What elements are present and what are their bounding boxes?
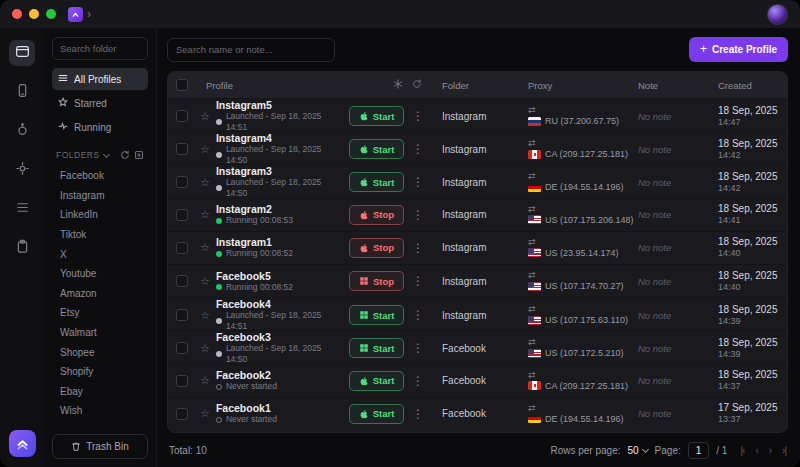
row-checkbox[interactable] [176,209,188,221]
rail-item-profiles[interactable] [9,40,35,66]
first-page-button[interactable]: |‹ [740,445,744,456]
trash-bin-button[interactable]: Trash Bin [52,434,148,459]
folder-search-input[interactable] [52,37,148,60]
rail-item-proxies[interactable] [9,196,35,222]
start-stop-button[interactable]: Start [349,338,404,358]
sidebar-item-starred[interactable]: Starred [52,92,148,114]
close-window-button[interactable] [12,9,22,19]
start-stop-button[interactable]: Start [349,305,404,325]
star-icon[interactable]: ☆ [200,407,210,420]
folder-item[interactable]: Tiktok [52,225,148,245]
star-icon[interactable]: ☆ [200,342,210,355]
folder-item[interactable]: Facebook [52,166,148,186]
refresh-folders-icon[interactable] [120,150,130,160]
star-icon[interactable]: ☆ [200,241,210,254]
row-checkbox[interactable] [176,375,188,387]
note-cell[interactable]: No note [630,310,710,321]
next-page-button[interactable]: › [769,445,771,456]
note-cell[interactable]: No note [630,111,710,122]
row-menu-icon[interactable]: ⋮ [412,341,424,355]
last-page-button[interactable]: ›| [782,445,786,456]
star-icon[interactable]: ☆ [200,143,210,156]
star-icon[interactable]: ☆ [200,309,210,322]
folder-item[interactable]: Shopify [52,362,148,382]
start-stop-button[interactable]: Start [349,172,404,192]
brand-logo-icon[interactable] [9,430,36,457]
row-checkbox[interactable] [176,309,188,321]
table-row[interactable]: ☆ Instagram2 Running 00:08:53 Stop ⋮ Ins… [168,198,787,231]
rail-item-automation[interactable] [9,118,35,144]
note-cell[interactable]: No note [630,276,710,287]
sidebar-item-all-profiles[interactable]: All Profiles [52,68,148,90]
row-menu-icon[interactable]: ⋮ [412,109,424,123]
star-icon[interactable]: ☆ [200,208,210,221]
row-menu-icon[interactable]: ⋮ [412,208,424,222]
folder-item[interactable]: Walmart [52,323,148,343]
folders-heading[interactable]: FOLDERS [52,146,148,164]
folder-item[interactable]: Youtube [52,264,148,284]
profile-search-input[interactable] [167,38,335,62]
add-folder-icon[interactable] [134,150,144,160]
row-checkbox[interactable] [176,143,188,155]
table-row[interactable]: ☆ Facebook5 Running 00:08:52 Stop ⋮ Inst… [168,264,787,297]
note-cell[interactable]: No note [630,177,710,188]
zoom-window-button[interactable] [46,9,56,19]
note-cell[interactable]: No note [630,375,710,386]
row-menu-icon[interactable]: ⋮ [412,308,424,322]
table-row[interactable]: ☆ Facebook1 Never started Start ⋮ Facebo… [168,397,787,430]
row-menu-icon[interactable]: ⋮ [412,142,424,156]
folder-item[interactable]: Ebay [52,382,148,402]
folder-item[interactable]: X [52,244,148,264]
row-menu-icon[interactable]: ⋮ [412,407,424,421]
folder-item[interactable]: Wish [52,401,148,421]
column-header-folder[interactable]: Folder [434,80,520,91]
row-checkbox[interactable] [176,408,188,420]
start-stop-button[interactable]: Start [349,371,404,391]
table-row[interactable]: ☆ Instagram1 Running 00:08:52 Stop ⋮ Ins… [168,231,787,264]
row-menu-icon[interactable]: ⋮ [412,374,424,388]
previous-page-button[interactable]: ‹ [755,445,757,456]
rail-item-notes[interactable] [9,235,35,261]
refresh-icon[interactable] [412,79,422,91]
chevron-right-icon[interactable]: › [87,7,91,21]
minimize-window-button[interactable] [29,9,39,19]
note-cell[interactable]: No note [630,408,710,419]
star-icon[interactable]: ☆ [200,374,210,387]
column-header-proxy[interactable]: Proxy [520,80,630,91]
create-profile-button[interactable]: + Create Profile [689,37,788,62]
start-stop-button[interactable]: Start [349,404,404,424]
table-row[interactable]: ☆ Facebook2 Never started Start ⋮ Facebo… [168,364,787,397]
table-row[interactable]: ☆ Instagram4 Launched - Sep 18, 2025 14:… [168,131,787,164]
table-row[interactable]: ☆ Instagram5 Launched - Sep 18, 2025 14:… [168,98,787,131]
row-checkbox[interactable] [176,275,188,287]
star-icon[interactable]: ☆ [200,176,210,189]
row-checkbox[interactable] [176,110,188,122]
snowflake-icon[interactable] [393,79,403,91]
rows-per-page-select[interactable]: 50 [627,445,647,456]
folder-item[interactable]: Instagram [52,186,148,206]
note-cell[interactable]: No note [630,242,710,253]
row-menu-icon[interactable]: ⋮ [412,241,424,255]
column-header-profile[interactable]: Profile [206,80,233,91]
table-row[interactable]: ☆ Facebook3 Launched - Sep 18, 2025 14:5… [168,330,787,363]
start-stop-button[interactable]: Stop [349,271,404,291]
row-menu-icon[interactable]: ⋮ [412,175,424,189]
column-header-note[interactable]: Note [630,80,710,91]
row-menu-icon[interactable]: ⋮ [412,274,424,288]
column-header-created[interactable]: Created [710,80,787,91]
star-icon[interactable]: ☆ [200,110,210,123]
row-checkbox[interactable] [176,242,188,254]
select-all-checkbox[interactable] [176,79,188,91]
start-stop-button[interactable]: Start [349,139,404,159]
user-avatar[interactable] [767,4,788,25]
start-stop-button[interactable]: Start [349,106,404,126]
table-row[interactable]: ☆ Facebook4 Launched - Sep 18, 2025 14:5… [168,297,787,330]
folder-item[interactable]: Etsy [52,303,148,323]
start-stop-button[interactable]: Stop [349,205,404,225]
note-cell[interactable]: No note [630,144,710,155]
folder-item[interactable]: Amazon [52,284,148,304]
row-checkbox[interactable] [176,176,188,188]
rail-item-devices[interactable] [9,79,35,105]
rail-item-settings[interactable] [9,157,35,183]
start-stop-button[interactable]: Stop [349,238,404,258]
